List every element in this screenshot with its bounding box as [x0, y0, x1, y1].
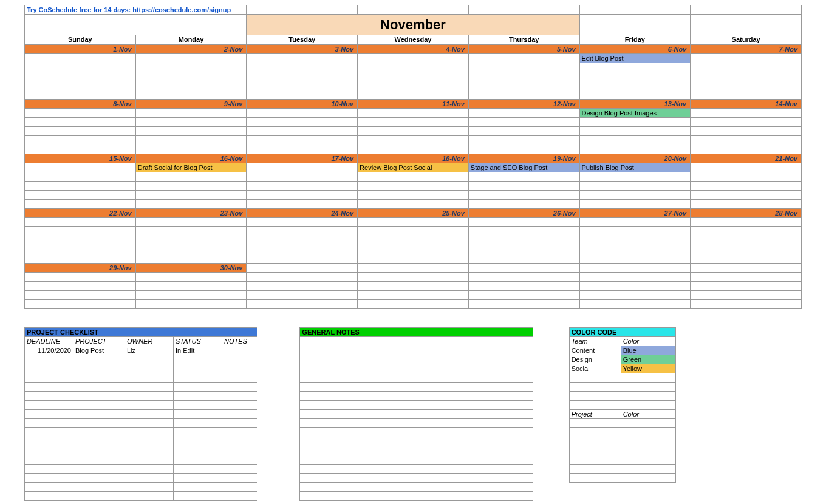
date-cell[interactable]: 2-Nov	[135, 45, 247, 54]
calendar-cell[interactable]	[25, 172, 136, 182]
calendar-cell[interactable]	[468, 118, 579, 127]
calendar-cell[interactable]	[358, 291, 469, 300]
colorcode-cell[interactable]	[621, 419, 675, 428]
notes-cell[interactable]	[300, 392, 533, 401]
calendar-event[interactable]: Stage and SEO Blog Post	[468, 163, 579, 172]
calendar-cell[interactable]	[691, 109, 802, 118]
calendar-cell[interactable]	[247, 300, 358, 309]
notes-cell[interactable]	[300, 437, 533, 446]
date-cell[interactable]: 8-Nov	[25, 100, 136, 109]
calendar-cell[interactable]	[25, 72, 136, 81]
checklist-cell[interactable]	[125, 355, 174, 364]
colorcode-cell[interactable]	[569, 383, 621, 392]
calendar-cell[interactable]	[468, 136, 579, 145]
calendar-cell[interactable]	[579, 127, 691, 136]
calendar-cell[interactable]	[25, 54, 136, 63]
calendar-cell[interactable]	[579, 191, 691, 200]
checklist-cell[interactable]	[222, 346, 258, 355]
checklist-cell[interactable]	[174, 410, 222, 419]
checklist-cell[interactable]	[25, 455, 73, 465]
calendar-cell[interactable]	[468, 254, 579, 264]
calendar-cell[interactable]	[358, 118, 469, 127]
notes-cell[interactable]	[300, 346, 533, 355]
checklist-cell[interactable]	[73, 410, 125, 419]
date-cell[interactable]	[579, 264, 691, 273]
calendar-cell[interactable]	[358, 227, 469, 236]
checklist-cell[interactable]	[174, 455, 222, 465]
colorcode-cell[interactable]	[621, 455, 675, 465]
checklist-cell[interactable]	[25, 465, 73, 474]
calendar-cell[interactable]	[691, 118, 802, 127]
checklist-cell[interactable]	[174, 428, 222, 437]
checklist-cell[interactable]	[25, 419, 73, 428]
calendar-cell[interactable]	[691, 63, 802, 72]
calendar-cell[interactable]	[468, 218, 579, 227]
date-cell[interactable]: 25-Nov	[358, 209, 469, 218]
calendar-cell[interactable]	[25, 300, 136, 309]
notes-cell[interactable]	[300, 492, 533, 501]
calendar-cell[interactable]	[468, 90, 579, 100]
calendar-cell[interactable]	[135, 127, 247, 136]
notes-cell[interactable]	[300, 355, 533, 364]
date-cell[interactable]: 29-Nov	[25, 264, 136, 273]
date-cell[interactable]: 9-Nov	[135, 100, 247, 109]
calendar-cell[interactable]	[579, 300, 691, 309]
checklist-cell[interactable]	[125, 455, 174, 465]
colorcode-cell[interactable]	[621, 373, 675, 383]
calendar-cell[interactable]	[358, 90, 469, 100]
checklist-cell[interactable]	[222, 492, 258, 501]
date-cell[interactable]: 20-Nov	[579, 154, 691, 163]
checklist-cell[interactable]	[125, 373, 174, 383]
calendar-cell[interactable]	[468, 63, 579, 72]
calendar-cell[interactable]	[468, 191, 579, 200]
colorcode-cell[interactable]	[569, 474, 621, 483]
calendar-cell[interactable]	[691, 127, 802, 136]
calendar-event[interactable]: Publish Blog Post	[579, 163, 691, 172]
checklist-cell[interactable]	[125, 492, 174, 501]
calendar-cell[interactable]	[25, 191, 136, 200]
date-cell[interactable]: 13-Nov	[579, 100, 691, 109]
calendar-cell[interactable]	[691, 145, 802, 154]
calendar-cell[interactable]	[25, 145, 136, 154]
checklist-cell[interactable]	[73, 492, 125, 501]
checklist-cell[interactable]	[25, 410, 73, 419]
colorcode-cell[interactable]	[569, 446, 621, 455]
calendar-cell[interactable]	[247, 72, 358, 81]
calendar-cell[interactable]	[247, 172, 358, 182]
calendar-cell[interactable]	[691, 90, 802, 100]
calendar-cell[interactable]	[247, 191, 358, 200]
calendar-event[interactable]: Design Blog Post Images	[579, 109, 691, 118]
calendar-cell[interactable]	[358, 127, 469, 136]
calendar-cell[interactable]	[468, 145, 579, 154]
checklist-cell[interactable]: Blog Post	[73, 346, 125, 355]
calendar-cell[interactable]	[468, 273, 579, 282]
checklist-cell[interactable]	[125, 465, 174, 474]
checklist-cell[interactable]	[174, 373, 222, 383]
checklist-cell[interactable]	[125, 383, 174, 392]
calendar-cell[interactable]	[25, 282, 136, 291]
checklist-cell[interactable]	[125, 410, 174, 419]
calendar-cell[interactable]	[579, 218, 691, 227]
calendar-cell[interactable]	[25, 227, 136, 236]
calendar-cell[interactable]	[468, 109, 579, 118]
calendar-cell[interactable]	[358, 145, 469, 154]
notes-cell[interactable]	[300, 364, 533, 373]
checklist-cell[interactable]	[25, 364, 73, 373]
colorcode-cell[interactable]	[569, 428, 621, 437]
calendar-cell[interactable]	[25, 109, 136, 118]
checklist-cell[interactable]	[73, 373, 125, 383]
checklist-cell[interactable]	[222, 355, 258, 364]
calendar-cell[interactable]	[579, 200, 691, 209]
checklist-cell[interactable]	[174, 446, 222, 455]
calendar-cell[interactable]	[135, 245, 247, 254]
calendar-event[interactable]: Draft Social for Blog Post	[135, 163, 247, 172]
checklist-cell[interactable]: 11/20/2020	[25, 346, 73, 355]
calendar-cell[interactable]	[468, 54, 579, 63]
calendar-cell[interactable]	[468, 172, 579, 182]
checklist-cell[interactable]	[73, 364, 125, 373]
calendar-cell[interactable]	[25, 163, 136, 172]
checklist-cell[interactable]	[73, 474, 125, 483]
calendar-cell[interactable]	[247, 118, 358, 127]
calendar-cell[interactable]	[358, 191, 469, 200]
checklist-cell[interactable]	[174, 364, 222, 373]
